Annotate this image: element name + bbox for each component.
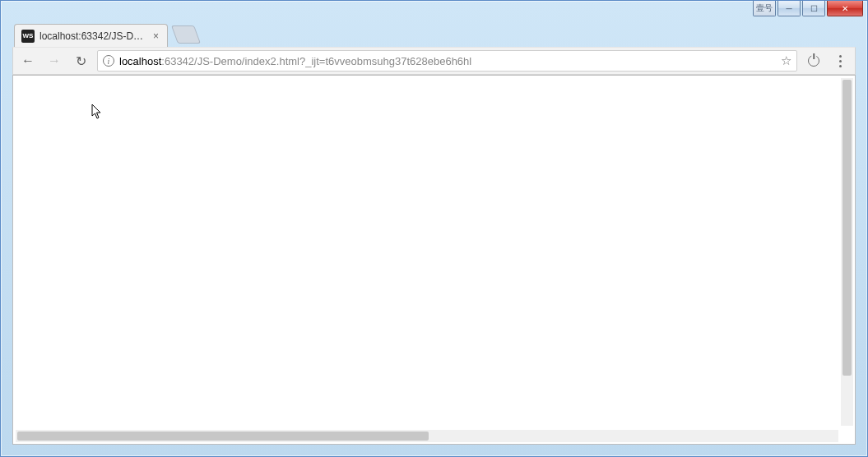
arrow-left-icon: ←	[21, 53, 35, 68]
kebab-menu-icon	[833, 55, 847, 67]
browser-toolbar: ← → ↻ i localhost:63342/JS-Demo/index2.h…	[12, 47, 856, 75]
tab-title: localhost:63342/JS-Dem	[39, 30, 146, 42]
url-host: localhost	[119, 55, 161, 67]
minimize-icon: ─	[786, 4, 791, 13]
site-info-icon[interactable]: i	[103, 55, 114, 67]
close-icon: ✕	[842, 4, 848, 13]
browser-menu-button[interactable]	[830, 51, 850, 71]
address-bar[interactable]: i localhost:63342/JS-Demo/index2.html?_i…	[97, 50, 797, 72]
window-titlebar[interactable]: 壹号 ─ ☐ ✕	[1, 1, 867, 22]
maximize-button[interactable]: ☐	[802, 1, 825, 16]
maximize-icon: ☐	[810, 4, 818, 13]
jetbrains-ide-button[interactable]	[804, 51, 824, 71]
vertical-scrollbar-thumb[interactable]	[842, 80, 852, 376]
arrow-right-icon: →	[48, 53, 61, 68]
new-tab-button[interactable]	[171, 25, 201, 44]
url-text: localhost:63342/JS-Demo/index2.html?_ijt…	[119, 55, 776, 67]
back-button[interactable]: ←	[18, 51, 38, 71]
page-viewport	[12, 75, 856, 445]
tab-close-button[interactable]: ×	[151, 30, 160, 42]
browser-window: 壹号 ─ ☐ ✕ WS localhost:63342/JS-Dem × ← →	[0, 0, 868, 457]
horizontal-scrollbar-thumb[interactable]	[17, 432, 429, 441]
reload-icon: ↻	[76, 53, 86, 69]
tab-favicon-icon: WS	[21, 30, 35, 43]
url-path: :63342/JS-Demo/index2.html?_ijt=t6vveobm…	[161, 55, 471, 67]
window-controls: 壹号 ─ ☐ ✕	[753, 1, 863, 17]
power-icon	[808, 55, 819, 67]
tab-strip: WS localhost:63342/JS-Dem ×	[14, 22, 851, 47]
minimize-button[interactable]: ─	[777, 1, 801, 16]
ime-language-badge[interactable]: 壹号	[753, 1, 776, 16]
bookmark-star-icon[interactable]: ☆	[781, 53, 791, 68]
vertical-scrollbar[interactable]	[841, 78, 853, 426]
reload-button[interactable]: ↻	[71, 51, 91, 71]
browser-tab[interactable]: WS localhost:63342/JS-Dem ×	[14, 24, 168, 47]
forward-button[interactable]: →	[44, 51, 64, 71]
close-button[interactable]: ✕	[827, 1, 863, 16]
horizontal-scrollbar[interactable]	[16, 430, 838, 442]
